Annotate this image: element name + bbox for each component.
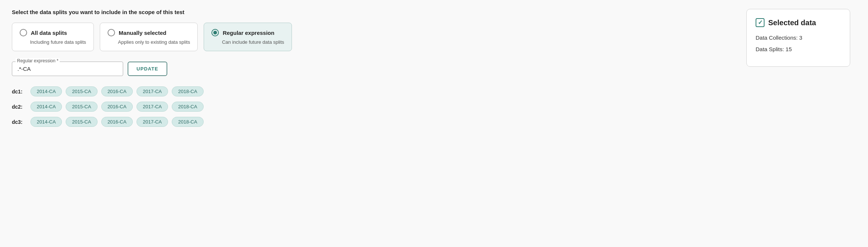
option-all-splits[interactable]: All data splits Including future data sp… bbox=[12, 23, 94, 51]
update-button[interactable]: UPDATE bbox=[128, 62, 167, 76]
option-manual-header: Manually selected bbox=[108, 29, 190, 36]
option-all-desc: Including future data splits bbox=[30, 39, 86, 45]
tag-dc1-2016ca: 2016-CA bbox=[101, 86, 133, 96]
regex-input[interactable] bbox=[12, 62, 123, 76]
tag-dc1-2017ca: 2017-CA bbox=[137, 86, 168, 96]
radio-all bbox=[20, 29, 27, 36]
option-regex-label: Regular expression bbox=[223, 30, 274, 36]
dc1-label: dc1: bbox=[12, 89, 27, 95]
tag-dc2-2015ca: 2015-CA bbox=[66, 102, 97, 112]
tag-dc1-2015ca: 2015-CA bbox=[66, 86, 97, 96]
option-regex-header: Regular expression bbox=[211, 29, 284, 36]
panel-collections: Data Collections: 3 bbox=[756, 34, 841, 41]
panel-header: ✓ Selected data bbox=[756, 18, 841, 27]
regex-row: Regular expression * UPDATE bbox=[12, 62, 294, 76]
checkmark-icon: ✓ bbox=[758, 20, 763, 26]
option-all-header: All data splits bbox=[20, 29, 86, 36]
tag-dc3-2018ca: 2018-CA bbox=[172, 117, 203, 127]
dc2-row: dc2: 2014-CA 2015-CA 2016-CA 2017-CA 201… bbox=[12, 102, 294, 112]
radio-regex bbox=[211, 29, 219, 36]
page-title: Select the data splits you want to inclu… bbox=[12, 9, 294, 15]
tag-dc2-2018ca: 2018-CA bbox=[172, 102, 203, 112]
tag-dc3-2014ca: 2014-CA bbox=[30, 117, 62, 127]
regex-label: Regular expression * bbox=[16, 58, 60, 63]
tag-dc3-2017ca: 2017-CA bbox=[137, 117, 168, 127]
dc1-row: dc1: 2014-CA 2015-CA 2016-CA 2017-CA 201… bbox=[12, 86, 294, 96]
dc3-row: dc3: 2014-CA 2015-CA 2016-CA 2017-CA 201… bbox=[12, 117, 294, 127]
data-collections-list: dc1: 2014-CA 2015-CA 2016-CA 2017-CA 201… bbox=[12, 86, 294, 127]
dc2-label: dc2: bbox=[12, 104, 27, 110]
radio-manual bbox=[108, 29, 115, 36]
regex-input-group: Regular expression * bbox=[12, 62, 123, 76]
selected-checkbox-icon: ✓ bbox=[756, 18, 765, 27]
panel-splits: Data Splits: 15 bbox=[756, 46, 841, 52]
selected-data-panel: ✓ Selected data Data Collections: 3 Data… bbox=[746, 9, 850, 67]
option-manual-desc: Applies only to existing data splits bbox=[118, 39, 190, 45]
panel-title: Selected data bbox=[768, 19, 816, 27]
tag-dc1-2014ca: 2014-CA bbox=[30, 86, 62, 96]
tag-dc3-2015ca: 2015-CA bbox=[66, 117, 97, 127]
option-all-label: All data splits bbox=[31, 30, 67, 36]
tag-dc2-2016ca: 2016-CA bbox=[101, 102, 133, 112]
option-manual-label: Manually selected bbox=[119, 30, 166, 36]
options-row: All data splits Including future data sp… bbox=[12, 23, 294, 51]
option-manually-selected[interactable]: Manually selected Applies only to existi… bbox=[100, 23, 198, 51]
dc3-label: dc3: bbox=[12, 119, 27, 125]
tag-dc1-2018ca: 2018-CA bbox=[172, 86, 203, 96]
tag-dc3-2016ca: 2016-CA bbox=[101, 117, 133, 127]
option-regex-desc: Can include future data splits bbox=[222, 39, 284, 45]
tag-dc2-2017ca: 2017-CA bbox=[137, 102, 168, 112]
tag-dc2-2014ca: 2014-CA bbox=[30, 102, 62, 112]
option-regex[interactable]: Regular expression Can include future da… bbox=[204, 23, 292, 51]
